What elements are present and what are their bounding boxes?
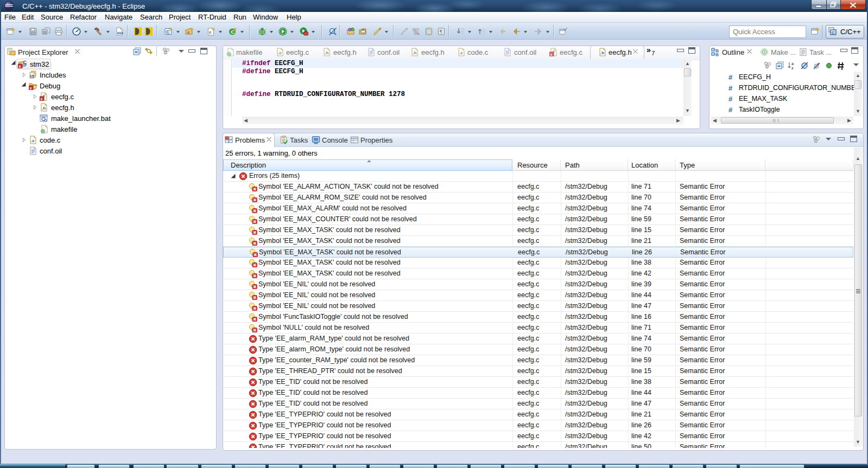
svg-text:x: x (550, 53, 553, 56)
svg-text:C: C (166, 29, 170, 35)
svg-text:h: h (31, 74, 33, 78)
svg-text:x: x (41, 97, 43, 101)
svg-text:C: C (23, 60, 27, 65)
svg-text:.c: .c (278, 50, 282, 55)
svg-text:x: x (30, 86, 32, 90)
svg-text:.c: .c (31, 138, 35, 143)
svg-text:.h: .h (42, 106, 46, 111)
svg-text:s: s (818, 61, 819, 66)
svg-text:x: x (19, 65, 21, 68)
svg-text:z: z (791, 66, 794, 70)
svg-text:C: C (832, 30, 835, 35)
svg-text:¶: ¶ (440, 29, 442, 35)
svg-text:.c: .c (459, 50, 463, 55)
svg-text:.h: .h (325, 50, 328, 55)
svg-text:010: 010 (117, 31, 123, 35)
svg-text:c: c (187, 30, 189, 35)
svg-text:.h: .h (600, 50, 604, 55)
svg-text:c: c (209, 30, 212, 35)
svg-text:.h: .h (413, 50, 416, 55)
